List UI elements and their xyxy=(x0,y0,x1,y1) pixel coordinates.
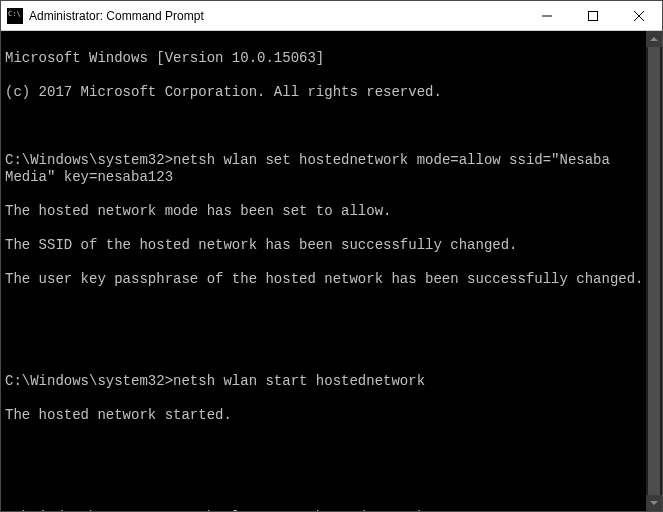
close-icon xyxy=(634,11,644,21)
blank-line xyxy=(5,305,658,322)
prompt: C:\Windows\system32> xyxy=(5,152,173,168)
vertical-scrollbar[interactable] xyxy=(646,31,662,511)
command-line: C:\Windows\system32>netsh wlan set hoste… xyxy=(5,152,658,186)
command-line: C:\Windows\system32>netsh wlan start hos… xyxy=(5,509,658,511)
command-text: netsh wlan start hostednetwork xyxy=(173,509,425,511)
output-line: The hosted network mode has been set to … xyxy=(5,203,658,220)
output-line: (c) 2017 Microsoft Corporation. All righ… xyxy=(5,84,658,101)
window-title: Administrator: Command Prompt xyxy=(29,9,204,23)
blank-line xyxy=(5,339,658,356)
command-text: netsh wlan start hostednetwork xyxy=(173,373,425,389)
app-window: Administrator: Command Prompt Microsoft … xyxy=(0,0,663,512)
scroll-up-button[interactable] xyxy=(646,31,662,47)
blank-line xyxy=(5,118,658,135)
output-line: The user key passphrase of the hosted ne… xyxy=(5,271,658,288)
output-line: The SSID of the hosted network has been … xyxy=(5,237,658,254)
minimize-icon xyxy=(542,11,552,21)
blank-line xyxy=(5,441,658,458)
window-controls xyxy=(524,1,662,30)
output-line: The hosted network started. xyxy=(5,407,658,424)
command-line: C:\Windows\system32>netsh wlan start hos… xyxy=(5,373,658,390)
scroll-thumb[interactable] xyxy=(648,47,660,495)
cmd-icon xyxy=(7,8,23,24)
svg-rect-1 xyxy=(589,11,598,20)
maximize-icon xyxy=(588,11,598,21)
chevron-up-icon xyxy=(650,35,658,43)
maximize-button[interactable] xyxy=(570,1,616,30)
prompt: C:\Windows\system32> xyxy=(5,373,173,389)
terminal-area[interactable]: Microsoft Windows [Version 10.0.15063] (… xyxy=(1,31,662,511)
prompt: C:\Windows\system32> xyxy=(5,509,173,511)
chevron-down-icon xyxy=(650,499,658,507)
minimize-button[interactable] xyxy=(524,1,570,30)
scroll-down-button[interactable] xyxy=(646,495,662,511)
blank-line xyxy=(5,475,658,492)
scroll-track[interactable] xyxy=(646,47,662,495)
output-line: Microsoft Windows [Version 10.0.15063] xyxy=(5,50,658,67)
close-button[interactable] xyxy=(616,1,662,30)
titlebar[interactable]: Administrator: Command Prompt xyxy=(1,1,662,31)
